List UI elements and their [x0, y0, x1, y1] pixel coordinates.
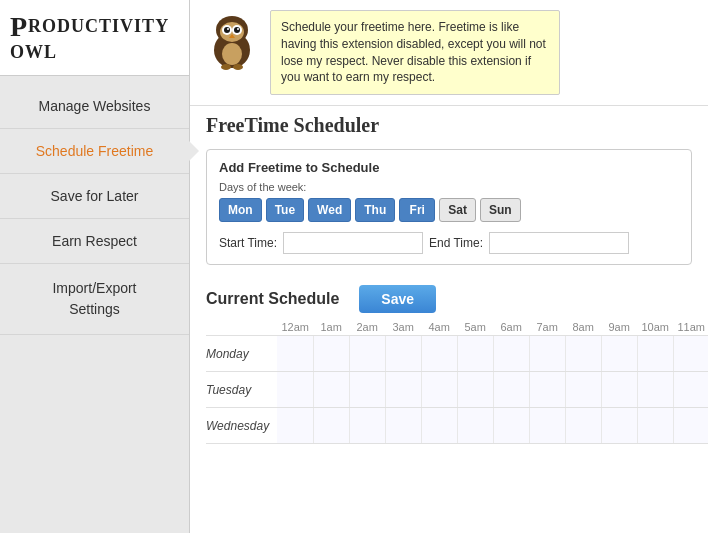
sidebar-item-schedule-freetime[interactable]: Schedule Freetime — [0, 129, 189, 174]
hour-12am: 12am — [277, 319, 313, 336]
day-sat-button[interactable]: Sat — [439, 198, 476, 222]
sidebar-item-import-export[interactable]: Import/ExportSettings — [0, 264, 189, 335]
hour-5am: 5am — [457, 319, 493, 336]
days-label: Days of the week: — [219, 181, 679, 193]
active-arrow — [189, 141, 199, 161]
sidebar-item-save-for-later[interactable]: Save for Later — [0, 174, 189, 219]
tuesday-5am — [457, 372, 493, 408]
monday-12am — [277, 336, 313, 372]
day-thu-button[interactable]: Thu — [355, 198, 395, 222]
tooltip-box: Schedule your freetime here. Freetime is… — [270, 10, 560, 95]
day-tuesday-label: Tuesday — [206, 372, 277, 408]
tuesday-12am — [277, 372, 313, 408]
time-row: Start Time: End Time: — [219, 232, 679, 254]
start-time-input[interactable] — [283, 232, 423, 254]
monday-5am — [457, 336, 493, 372]
wednesday-4am — [421, 408, 457, 444]
day-monday-label: Monday — [206, 336, 277, 372]
hour-header-row: 12am 1am 2am 3am 4am 5am 6am 7am 8am 9am… — [206, 319, 708, 336]
sidebar-item-manage-websites[interactable]: Manage Websites — [0, 84, 189, 129]
start-time-label: Start Time: — [219, 236, 277, 250]
monday-1am — [313, 336, 349, 372]
add-freetime-section: Add Freetime to Schedule Days of the wee… — [206, 149, 692, 265]
wednesday-12am — [277, 408, 313, 444]
wednesday-3am — [385, 408, 421, 444]
tuesday-8am — [565, 372, 601, 408]
wednesday-11am — [673, 408, 708, 444]
sidebar-nav: Manage Websites Schedule Freetime Save f… — [0, 84, 189, 335]
wednesday-10am — [637, 408, 673, 444]
tuesday-1am — [313, 372, 349, 408]
svg-point-13 — [221, 64, 231, 70]
sidebar-item-earn-respect[interactable]: Earn Respect — [0, 219, 189, 264]
table-row: Wednesday — [206, 408, 708, 444]
wednesday-6am — [493, 408, 529, 444]
logo-area: PRODUCTIVITYOWL — [0, 0, 189, 76]
tuesday-9am — [601, 372, 637, 408]
wednesday-9am — [601, 408, 637, 444]
day-sun-button[interactable]: Sun — [480, 198, 521, 222]
tuesday-4am — [421, 372, 457, 408]
hour-7am: 7am — [529, 319, 565, 336]
hour-11am: 11am — [673, 319, 708, 336]
svg-point-8 — [234, 27, 240, 33]
day-fri-button[interactable]: Fri — [399, 198, 435, 222]
monday-8am — [565, 336, 601, 372]
wednesday-5am — [457, 408, 493, 444]
hour-1am: 1am — [313, 319, 349, 336]
schedule-grid: 12am 1am 2am 3am 4am 5am 6am 7am 8am 9am… — [206, 319, 708, 444]
header-area: Schedule your freetime here. Freetime is… — [190, 0, 708, 106]
svg-point-12 — [222, 43, 242, 65]
table-row: Tuesday — [206, 372, 708, 408]
tuesday-2am — [349, 372, 385, 408]
main-content: Schedule your freetime here. Freetime is… — [190, 0, 708, 533]
schedule-grid-wrapper: 12am 1am 2am 3am 4am 5am 6am 7am 8am 9am… — [190, 319, 708, 444]
hour-9am: 9am — [601, 319, 637, 336]
svg-point-7 — [224, 27, 230, 33]
add-freetime-title: Add Freetime to Schedule — [219, 160, 679, 175]
current-schedule-title: Current Schedule — [206, 290, 339, 308]
end-time-input[interactable] — [489, 232, 629, 254]
page-title: FreeTime Scheduler — [190, 106, 708, 141]
svg-point-9 — [227, 28, 229, 30]
hour-4am: 4am — [421, 319, 457, 336]
hour-6am: 6am — [493, 319, 529, 336]
wednesday-1am — [313, 408, 349, 444]
wednesday-2am — [349, 408, 385, 444]
day-wed-button[interactable]: Wed — [308, 198, 351, 222]
wednesday-8am — [565, 408, 601, 444]
empty-header — [206, 319, 277, 336]
svg-point-14 — [233, 64, 243, 70]
save-button[interactable]: Save — [359, 285, 436, 313]
monday-6am — [493, 336, 529, 372]
tuesday-3am — [385, 372, 421, 408]
owl-icon — [206, 12, 258, 78]
wednesday-7am — [529, 408, 565, 444]
monday-4am — [421, 336, 457, 372]
monday-9am — [601, 336, 637, 372]
hour-10am: 10am — [637, 319, 673, 336]
day-mon-button[interactable]: Mon — [219, 198, 262, 222]
monday-2am — [349, 336, 385, 372]
table-row: Monday — [206, 336, 708, 372]
tuesday-7am — [529, 372, 565, 408]
logo-text: PRODUCTIVITYOWL — [10, 12, 169, 63]
monday-11am — [673, 336, 708, 372]
tuesday-10am — [637, 372, 673, 408]
tuesday-11am — [673, 372, 708, 408]
day-wednesday-label: Wednesday — [206, 408, 277, 444]
days-row: Mon Tue Wed Thu Fri Sat Sun — [219, 198, 679, 222]
hour-2am: 2am — [349, 319, 385, 336]
monday-3am — [385, 336, 421, 372]
day-tue-button[interactable]: Tue — [266, 198, 304, 222]
current-schedule-header: Current Schedule Save — [190, 273, 708, 319]
hour-8am: 8am — [565, 319, 601, 336]
tuesday-6am — [493, 372, 529, 408]
svg-point-10 — [237, 28, 239, 30]
sidebar: PRODUCTIVITYOWL Manage Websites Schedule… — [0, 0, 190, 533]
monday-7am — [529, 336, 565, 372]
hour-3am: 3am — [385, 319, 421, 336]
monday-10am — [637, 336, 673, 372]
end-time-label: End Time: — [429, 236, 483, 250]
